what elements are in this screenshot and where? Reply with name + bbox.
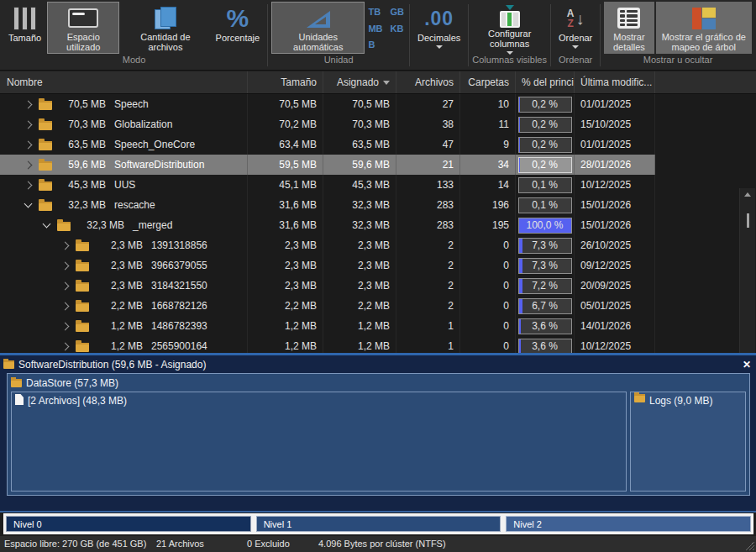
unit-tb-button[interactable]: TB (368, 7, 382, 21)
cell-tamano: 2,3 MB (248, 235, 323, 255)
row-size: 59,6 MB (57, 159, 106, 171)
configure-columns-button[interactable]: Configurar columnas (478, 2, 542, 54)
table-row[interactable]: 59,6 MBSoftwareDistribution59,5 MB59,6 M… (0, 155, 655, 175)
chevron-right-icon[interactable] (61, 281, 70, 290)
toolbar-group-mostrar: Mostrar detalles Mostrar el gráfico de m… (601, 2, 754, 70)
table-row[interactable]: 2,3 MB39663790552,3 MB2,3 MB207,3 %09/12… (0, 255, 655, 276)
chevron-right-icon[interactable] (61, 261, 70, 270)
table-row[interactable]: 32,3 MB_merged31,6 MB32,3 MB283195100,0 … (0, 215, 655, 235)
treemap-logs-box[interactable]: Logs (9,0 MB) (630, 392, 746, 492)
chevron-right-icon[interactable] (24, 100, 33, 108)
table-row[interactable]: 32,3 MBrescache31,6 MB32,3 MB2831960,1 %… (0, 195, 655, 215)
level-1-bar[interactable]: Nivel 1 (256, 516, 501, 532)
cell-fecha: 26/10/2025 (575, 235, 655, 255)
cell-asignado: 2,3 MB (323, 235, 396, 255)
level-2-bar[interactable]: Nivel 2 (506, 516, 751, 532)
folder-icon (11, 379, 22, 387)
table-row[interactable]: 2,2 MB16687821262,2 MB2,2 MB206,7 %05/01… (0, 296, 655, 316)
folder-icon (76, 323, 89, 332)
unit-mb-button[interactable]: MB (368, 24, 382, 38)
percent-bar: 0,2 % (518, 97, 572, 113)
resize-grip-icon[interactable] (745, 541, 754, 550)
folder-icon (39, 181, 52, 191)
cell-tamano: 63,4 MB (248, 134, 323, 155)
chevron-right-icon[interactable] (24, 160, 33, 169)
cell-percent: 0,2 % (516, 94, 575, 114)
treemap-root-box[interactable]: DataStore (57,3 MB) [2 Archivos] (48,3 M… (7, 373, 750, 496)
table-row[interactable]: 63,5 MBSpeech_OneCore63,4 MB63,5 MB4790,… (0, 134, 655, 155)
percent-bar: 7,3 % (518, 258, 572, 274)
cell-carpetas: 0 (460, 276, 516, 296)
file-count-mode-button[interactable]: Cantidad de archivos (121, 2, 209, 54)
bars-icon (13, 7, 36, 30)
table-row[interactable]: 70,3 MBGlobalization70,2 MB70,3 MB38110,… (0, 114, 655, 134)
table-row[interactable]: 2,3 MB13913188562,3 MB2,3 MB207,3 %26/10… (0, 235, 655, 255)
table-row[interactable]: 1,2 MB25659001641,2 MB1,2 MB103,6 %10/12… (0, 336, 655, 353)
unit-kb-button[interactable]: KB (391, 24, 405, 38)
vertical-scrollbar[interactable] (739, 188, 755, 353)
table-row[interactable]: 45,3 MBUUS45,1 MB45,3 MB133140,1 %10/12/… (0, 175, 655, 195)
auto-units-button[interactable]: Unidades automáticas (271, 2, 365, 54)
table-row[interactable]: 1,2 MB14867823931,2 MB1,2 MB103,6 %14/01… (0, 316, 655, 336)
cell-tamano: 70,5 MB (248, 94, 323, 114)
chevron-right-icon[interactable] (24, 140, 33, 149)
row-size: 1,2 MB (94, 340, 143, 352)
percent-mode-button[interactable]: % Porcentaje (212, 2, 265, 54)
chevron-right-icon[interactable] (61, 342, 70, 350)
level-0-bar[interactable]: Nivel 0 (6, 516, 251, 532)
close-icon[interactable]: ✕ (743, 360, 751, 370)
cell-tamano: 1,2 MB (248, 336, 323, 353)
chevron-down-icon[interactable] (43, 220, 51, 229)
show-treemap-button[interactable]: Mostrar el gráfico de mapeo de árbol (656, 2, 752, 54)
chevron-right-icon[interactable] (24, 181, 33, 189)
column-header-fecha[interactable]: Última modific... (575, 71, 655, 93)
column-header-tamano[interactable]: Tamaño (248, 71, 323, 93)
file-count-status: 21 Archivos (156, 539, 204, 549)
row-name: UUS (114, 179, 135, 191)
cell-carpetas: 11 (460, 114, 516, 134)
cell-carpetas: 195 (460, 215, 516, 235)
level-legend: Nivel 0 Nivel 1 Nivel 2 (3, 513, 753, 534)
table-row[interactable]: 70,5 MBSpeech70,5 MB70,5 MB27100,2 %01/0… (0, 94, 655, 114)
folder-icon (76, 343, 89, 352)
used-space-mode-button[interactable]: Espacio utilizado (47, 2, 119, 54)
folder-icon (76, 282, 89, 292)
column-header-nombre[interactable]: Nombre (0, 71, 248, 93)
row-size: 63,5 MB (57, 139, 106, 150)
folder-icon (39, 141, 52, 150)
scrollbar-thumb[interactable] (747, 213, 749, 228)
sort-button[interactable]: AZ↓ Ordenar (554, 2, 596, 54)
unit-gb-button[interactable]: GB (391, 7, 405, 21)
treemap-files-box[interactable]: [2 Archivos] (48,3 MB) (11, 392, 627, 492)
cell-percent: 0,2 % (516, 114, 575, 134)
tree-rows: 70,5 MBSpeech70,5 MB70,5 MB27100,2 %01/0… (0, 94, 756, 353)
cell-archivos: 2 (396, 296, 460, 316)
chevron-right-icon[interactable] (61, 322, 70, 330)
chevron-right-icon[interactable] (61, 302, 70, 310)
chevron-right-icon[interactable] (24, 120, 33, 129)
cell-percent: 0,1 % (516, 195, 575, 215)
cell-asignado: 2,3 MB (323, 276, 396, 296)
show-details-button[interactable]: Mostrar detalles (604, 2, 654, 54)
group-label-columnas: Columnas visibles (472, 54, 547, 67)
cell-carpetas: 14 (460, 175, 516, 195)
row-size: 70,3 MB (57, 118, 106, 130)
scroll-up-icon[interactable] (744, 192, 751, 197)
cell-fecha: 01/01/2025 (575, 94, 655, 114)
column-header-percent[interactable]: % del princi... (516, 71, 575, 93)
column-header-carpetas[interactable]: Carpetas (460, 71, 516, 93)
cell-tamano: 70,2 MB (248, 114, 323, 134)
column-header-asignado[interactable]: Asignado (323, 71, 396, 93)
chevron-down-icon[interactable] (24, 200, 33, 208)
unit-b-button[interactable]: B (368, 39, 382, 54)
chevron-right-icon[interactable] (61, 241, 70, 250)
table-row[interactable]: 2,3 MB31843215502,3 MB2,3 MB207,2 %20/09… (0, 276, 655, 296)
level-2-label: Nivel 2 (513, 519, 542, 529)
size-mode-button[interactable]: Tamaño (4, 2, 45, 54)
cell-percent: 0,2 % (516, 155, 575, 175)
cell-fecha: 09/12/2025 (575, 255, 655, 276)
status-bar: Espacio libre: 270 GB (de 451 GB) 21 Arc… (0, 536, 756, 552)
decimals-button[interactable]: .00 Decimales (413, 2, 465, 54)
cell-fecha: 14/01/2026 (575, 316, 655, 336)
column-header-archivos[interactable]: Archivos (396, 71, 460, 93)
